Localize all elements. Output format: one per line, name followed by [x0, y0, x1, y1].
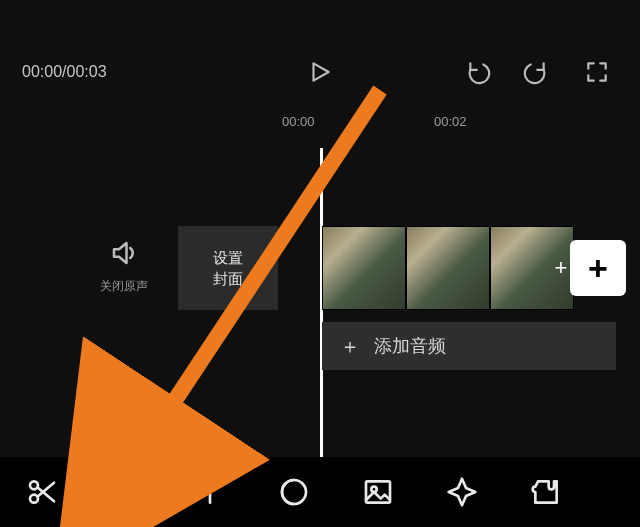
undo-button[interactable] [466, 48, 492, 96]
tool-sticker[interactable] [336, 457, 420, 527]
sparkle-icon [446, 476, 478, 508]
play-button[interactable] [307, 48, 333, 96]
svg-rect-4 [366, 481, 390, 502]
plus-icon: + [588, 249, 608, 288]
tool-filter[interactable] [252, 457, 336, 527]
ruler-mark: 00:00 [282, 114, 315, 129]
fullscreen-button[interactable] [584, 48, 610, 96]
redo-button[interactable] [522, 48, 548, 96]
tool-bar [0, 457, 640, 527]
ruler-mark: 00:02 [434, 114, 467, 129]
time-ruler[interactable]: 00:00 00:02 [0, 114, 640, 138]
add-clip-button[interactable]: + [570, 240, 626, 296]
clip-thumbnail[interactable] [406, 226, 490, 310]
video-editor-app: 00:00/00:03 00:00 00:02 关闭原声 设置 [0, 0, 640, 527]
tool-more[interactable] [504, 457, 588, 527]
tool-cut[interactable] [0, 457, 84, 527]
cover-label-line1: 设置 [213, 247, 243, 268]
plus-icon: ＋ [340, 333, 360, 360]
mute-original-button[interactable]: 关闭原声 [100, 238, 148, 295]
cover-label-line2: 封面 [213, 268, 243, 289]
clip-thumbnail[interactable] [322, 226, 406, 310]
tool-audio[interactable] [84, 457, 168, 527]
mute-label: 关闭原声 [100, 278, 148, 295]
moon-icon [278, 476, 310, 508]
image-icon [362, 476, 394, 508]
video-track[interactable] [322, 226, 574, 310]
fullscreen-icon [584, 59, 610, 85]
text-icon [194, 476, 226, 508]
svg-point-2 [116, 495, 125, 504]
tool-text[interactable] [168, 457, 252, 527]
undo-icon [466, 59, 492, 85]
redo-icon [522, 59, 548, 85]
timeline[interactable]: 关闭原声 设置 封面 + + ＋ 添加音频 [0, 148, 640, 457]
timecode-label: 00:00/00:03 [22, 63, 107, 81]
transport-bar: 00:00/00:03 [0, 48, 640, 96]
append-hint: + [552, 240, 570, 296]
puzzle-icon [530, 476, 562, 508]
set-cover-button[interactable]: 设置 封面 [178, 226, 278, 310]
scissors-icon [26, 476, 58, 508]
music-note-icon [110, 476, 142, 508]
add-audio-button[interactable]: ＋ 添加音频 [322, 322, 616, 370]
play-icon [307, 59, 333, 85]
tool-effects[interactable] [420, 457, 504, 527]
speaker-icon [109, 238, 139, 268]
add-audio-label: 添加音频 [374, 334, 446, 358]
